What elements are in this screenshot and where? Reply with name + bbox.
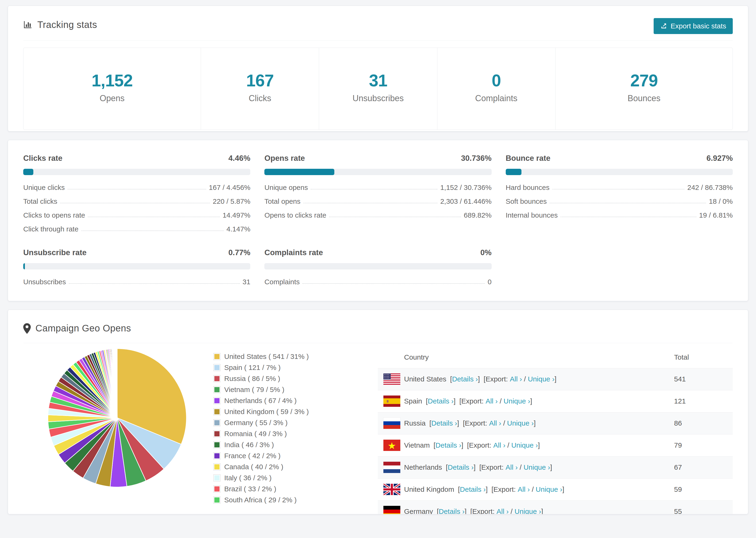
export-basic-stats-button[interactable]: Export basic stats (654, 18, 733, 34)
details-link[interactable]: Details › (431, 419, 457, 427)
country-total: 79 (669, 434, 733, 456)
export-all-link[interactable]: All › (493, 441, 506, 449)
details-link[interactable]: Details › (460, 485, 486, 493)
rate-progress-track (264, 263, 491, 269)
legend-swatch (213, 474, 220, 481)
rate-stat-value: 19 / 6.81% (699, 212, 733, 219)
dotted-leader (60, 203, 210, 203)
flag-gb-icon (383, 484, 400, 495)
legend-item: Italy ( 36 / 2% ) (213, 474, 378, 482)
legend-swatch (213, 364, 220, 371)
export-unique-link[interactable]: Unique › (512, 441, 538, 449)
dotted-leader (303, 203, 437, 203)
export-all-link[interactable]: All › (510, 375, 522, 383)
export-unique-link[interactable]: Unique › (504, 397, 530, 405)
legend-label: France ( 42 / 2% ) (224, 452, 281, 460)
export-unique-link[interactable]: Unique › (523, 463, 550, 471)
details-link[interactable]: Details › (428, 397, 454, 405)
details-link[interactable]: Details › (439, 508, 465, 514)
rate-stat-row: Unique opens 1,152 / 30.736% (264, 184, 491, 191)
stat-cell: 279 Bounces (555, 48, 732, 130)
rate-stat-label: Total clicks (23, 198, 57, 205)
legend-item: Canada ( 40 / 2% ) (213, 463, 378, 471)
details-link[interactable]: Details › (452, 375, 478, 383)
details-link[interactable]: Details › (436, 441, 461, 449)
export-all-link[interactable]: All › (506, 463, 518, 471)
export-all-link[interactable]: All › (518, 485, 530, 493)
stat-value: 167 (201, 71, 319, 90)
legend-item: France ( 42 / 2% ) (213, 452, 378, 460)
geo-table: Country Total United States [Details ›] … (378, 347, 733, 514)
legend-label: United States ( 541 / 31% ) (224, 352, 309, 360)
stat-label: Clicks (201, 93, 319, 103)
rate-stat-value: 167 / 4.456% (209, 184, 250, 191)
pie-chart (47, 348, 188, 488)
country-total: 59 (669, 478, 733, 501)
rate-stat-row: Hard bounces 242 / 86.738% (506, 184, 733, 191)
legend-item: Netherlands ( 67 / 4% ) (213, 397, 378, 405)
legend-label: India ( 46 / 3% ) (224, 441, 274, 449)
rate-stat-label: Unique clicks (23, 184, 65, 191)
stat-label: Bounces (556, 93, 732, 103)
details-link[interactable]: Details › (448, 463, 473, 471)
legend-swatch (213, 375, 220, 382)
rate-stat-value: 242 / 86.738% (687, 184, 733, 191)
bar-chart-icon (23, 20, 33, 29)
export-unique-link[interactable]: Unique › (507, 419, 534, 427)
rate-progress-track (23, 263, 250, 269)
rate-stat-row: Clicks to opens rate 14.497% (23, 212, 250, 219)
rate-stat-value: 1,152 / 30.736% (440, 184, 492, 191)
export-unique-link[interactable]: Unique › (528, 375, 554, 383)
export-all-link[interactable]: All › (489, 419, 501, 427)
rate-stat-label: Opens to clicks rate (264, 212, 326, 219)
rate-progress-track (506, 169, 733, 175)
legend-item: India ( 46 / 3% ) (213, 441, 378, 449)
geo-table-row: Russia [Details ›] [Export: All › / Uniq… (378, 412, 733, 434)
rate-stat-value: 689.82% (464, 212, 491, 219)
stat-cell: 167 Clicks (201, 48, 319, 130)
rate-progress-fill (23, 169, 33, 175)
legend-label: Romania ( 49 / 3% ) (224, 430, 287, 438)
rate-card: Clicks rate 4.46% Unique clicks 167 / 4.… (23, 154, 250, 233)
geo-table-row: United States [Details ›] [Export: All ›… (378, 368, 733, 390)
rate-stat-row: Internal bounces 19 / 6.81% (506, 212, 733, 219)
rate-stat-row: Total clicks 220 / 5.87% (23, 198, 250, 205)
legend-item: Vietnam ( 79 / 5% ) (213, 386, 378, 394)
country-name: Germany (404, 508, 433, 514)
country-total: 541 (669, 368, 733, 390)
rate-value: 0% (480, 248, 492, 257)
export-all-link[interactable]: All › (486, 397, 498, 405)
rate-title: Bounce rate (506, 154, 551, 163)
rate-card: Bounce rate 6.927% Hard bounces 242 / 86… (506, 154, 733, 233)
legend-item: South Africa ( 29 / 2% ) (213, 496, 378, 504)
rate-stat-label: Unsubscribes (23, 278, 66, 286)
pie-slice[interactable] (117, 349, 117, 418)
rate-title: Complaints rate (264, 248, 323, 257)
rate-stat-value: 14.497% (223, 212, 250, 219)
legend-swatch (213, 452, 220, 459)
stat-label: Unsubscribes (319, 93, 437, 103)
rate-card: Opens rate 30.736% Unique opens 1,152 / … (264, 154, 491, 233)
flag-es-icon (383, 396, 400, 407)
legend-swatch (213, 485, 220, 493)
stat-cell: 0 Complaints (437, 48, 555, 130)
rate-stat-label: Click through rate (23, 226, 79, 233)
rate-card: Complaints rate 0% Complaints 0 (264, 248, 491, 286)
dotted-leader (69, 283, 240, 284)
legend-label: South Africa ( 29 / 2% ) (224, 496, 297, 504)
divider (23, 343, 733, 343)
rate-stat-row: Soft bounces 18 / 0% (506, 198, 733, 205)
column-header-total: Total (669, 347, 733, 368)
legend-label: Brazil ( 33 / 2% ) (224, 485, 276, 493)
rate-stat-label: Hard bounces (506, 184, 550, 191)
export-unique-link[interactable]: Unique › (536, 485, 562, 493)
rate-title: Clicks rate (23, 154, 63, 163)
geo-table-container: Country Total United States [Details ›] … (378, 347, 733, 514)
export-unique-link[interactable]: Unique › (514, 508, 541, 514)
divider (23, 40, 733, 41)
flag-nl-icon (383, 462, 400, 473)
country-name: Netherlands (404, 463, 442, 471)
export-all-link[interactable]: All › (497, 508, 509, 514)
rates-card: Clicks rate 4.46% Unique clicks 167 / 4.… (8, 140, 748, 301)
geo-table-row: Netherlands [Details ›] [Export: All › /… (378, 456, 733, 478)
